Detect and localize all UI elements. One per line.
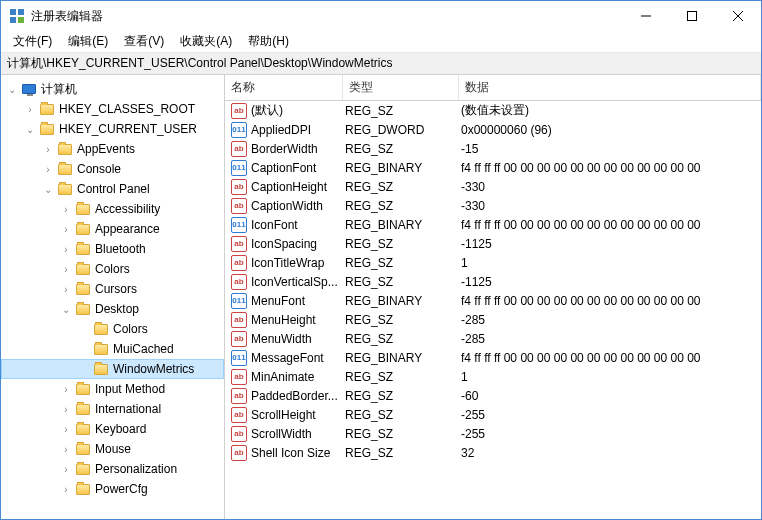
tree-label: MuiCached [113,342,180,356]
tree-item-cursors[interactable]: ›Cursors [1,279,224,299]
chevron-right-icon[interactable]: › [59,402,73,416]
list-row[interactable]: abShell Icon SizeREG_SZ32 [225,443,761,462]
tree-label: Colors [113,322,154,336]
address-bar[interactable]: 计算机\HKEY_CURRENT_USER\Control Panel\Desk… [1,53,761,75]
value-data: -15 [461,142,761,156]
binary-value-icon: 011 [231,217,247,233]
list-row[interactable]: abCaptionWidthREG_SZ-330 [225,196,761,215]
chevron-right-icon[interactable]: › [59,442,73,456]
list-panel[interactable]: 名称 类型 数据 ab(默认)REG_SZ(数值未设置)011AppliedDP… [225,75,761,519]
tree-item-appevents[interactable]: ›AppEvents [1,139,224,159]
value-data: -285 [461,332,761,346]
tree-item-desktop[interactable]: ⌄Desktop [1,299,224,319]
value-type: REG_SZ [345,446,461,460]
value-data: f4 ff ff ff 00 00 00 00 00 00 00 00 00 0… [461,218,761,232]
value-data: -330 [461,199,761,213]
tree-item-colors[interactable]: ›Colors [1,259,224,279]
menu-file[interactable]: 文件(F) [5,31,60,52]
chevron-right-icon[interactable]: › [59,202,73,216]
tree-item-muicached[interactable]: ›MuiCached [1,339,224,359]
tree-panel[interactable]: ⌄计算机›HKEY_CLASSES_ROOT⌄HKEY_CURRENT_USER… [1,75,225,519]
minimize-button[interactable] [623,1,669,31]
string-value-icon: ab [231,179,247,195]
tree-item-personalization[interactable]: ›Personalization [1,459,224,479]
list-row[interactable]: abMinAnimateREG_SZ1 [225,367,761,386]
tree-item-colors2[interactable]: ›Colors [1,319,224,339]
value-type: REG_SZ [345,180,461,194]
tree-label: Desktop [95,302,145,316]
menu-help[interactable]: 帮助(H) [240,31,297,52]
tree-item-windowmetrics[interactable]: ›WindowMetrics [1,359,224,379]
close-button[interactable] [715,1,761,31]
value-type: REG_BINARY [345,351,461,365]
tree-item-international[interactable]: ›International [1,399,224,419]
list-row[interactable]: 011IconFontREG_BINARYf4 ff ff ff 00 00 0… [225,215,761,234]
chevron-right-icon[interactable]: › [59,422,73,436]
chevron-right-icon[interactable]: › [59,222,73,236]
tree-item-bluetooth[interactable]: ›Bluetooth [1,239,224,259]
list-row[interactable]: 011MessageFontREG_BINARYf4 ff ff ff 00 0… [225,348,761,367]
chevron-down-icon[interactable]: ⌄ [5,82,19,96]
maximize-button[interactable] [669,1,715,31]
col-data[interactable]: 数据 [459,75,761,100]
list-row[interactable]: abCaptionHeightREG_SZ-330 [225,177,761,196]
chevron-right-icon[interactable]: › [59,282,73,296]
chevron-right-icon[interactable]: › [59,462,73,476]
menu-edit[interactable]: 编辑(E) [60,31,116,52]
tree-item-console[interactable]: ›Console [1,159,224,179]
tree-item-accessibility[interactable]: ›Accessibility [1,199,224,219]
chevron-right-icon[interactable]: › [59,262,73,276]
list-row[interactable]: abMenuHeightREG_SZ-285 [225,310,761,329]
list-row[interactable]: abBorderWidthREG_SZ-15 [225,139,761,158]
folder-icon [75,421,91,437]
list-row[interactable]: abScrollHeightREG_SZ-255 [225,405,761,424]
menu-favorites[interactable]: 收藏夹(A) [172,31,240,52]
value-name: MessageFont [251,351,345,365]
list-row[interactable]: abIconVerticalSp...REG_SZ-1125 [225,272,761,291]
value-name: MenuWidth [251,332,345,346]
string-value-icon: ab [231,369,247,385]
value-type: REG_SZ [345,256,461,270]
list-row[interactable]: 011AppliedDPIREG_DWORD0x00000060 (96) [225,120,761,139]
folder-icon [39,101,55,117]
tree-item-controlpanel[interactable]: ⌄Control Panel [1,179,224,199]
tree-item-hkcu[interactable]: ⌄HKEY_CURRENT_USER [1,119,224,139]
string-value-icon: ab [231,255,247,271]
tree-item-mouse[interactable]: ›Mouse [1,439,224,459]
tree-item-appearance[interactable]: ›Appearance [1,219,224,239]
tree-item-inputmethod[interactable]: ›Input Method [1,379,224,399]
tree-item-hkcr[interactable]: ›HKEY_CLASSES_ROOT [1,99,224,119]
tree-item-powercfg[interactable]: ›PowerCfg [1,479,224,499]
chevron-right-icon[interactable]: › [59,382,73,396]
chevron-right-icon[interactable]: › [41,162,55,176]
chevron-right-icon[interactable]: › [59,242,73,256]
col-type[interactable]: 类型 [343,75,459,100]
chevron-right-icon[interactable]: › [41,142,55,156]
tree-item-keyboard[interactable]: ›Keyboard [1,419,224,439]
chevron-down-icon[interactable]: ⌄ [23,122,37,136]
list-row[interactable]: 011MenuFontREG_BINARYf4 ff ff ff 00 00 0… [225,291,761,310]
string-value-icon: ab [231,445,247,461]
list-row[interactable]: abPaddedBorder...REG_SZ-60 [225,386,761,405]
chevron-down-icon[interactable]: ⌄ [59,302,73,316]
value-data: -1125 [461,237,761,251]
col-name[interactable]: 名称 [225,75,343,100]
list-row[interactable]: ab(默认)REG_SZ(数值未设置) [225,101,761,120]
string-value-icon: ab [231,103,247,119]
folder-icon [39,121,55,137]
chevron-down-icon[interactable]: ⌄ [41,182,55,196]
string-value-icon: ab [231,236,247,252]
list-row[interactable]: 011CaptionFontREG_BINARYf4 ff ff ff 00 0… [225,158,761,177]
string-value-icon: ab [231,388,247,404]
list-row[interactable]: abScrollWidthREG_SZ-255 [225,424,761,443]
tree-label: Colors [95,262,136,276]
value-name: IconSpacing [251,237,345,251]
value-type: REG_SZ [345,332,461,346]
list-row[interactable]: abIconSpacingREG_SZ-1125 [225,234,761,253]
chevron-right-icon[interactable]: › [59,482,73,496]
list-row[interactable]: abIconTitleWrapREG_SZ1 [225,253,761,272]
chevron-right-icon[interactable]: › [23,102,37,116]
menu-view[interactable]: 查看(V) [116,31,172,52]
tree-item-root[interactable]: ⌄计算机 [1,79,224,99]
list-row[interactable]: abMenuWidthREG_SZ-285 [225,329,761,348]
